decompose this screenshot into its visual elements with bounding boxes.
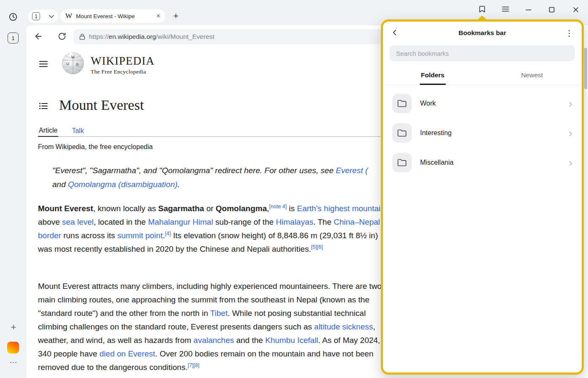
tab-group-chip[interactable]: 1 [28, 10, 58, 23]
window-maximize-button[interactable] [545, 4, 558, 16]
bookmark-folder-row[interactable]: Miscellania › [383, 148, 582, 177]
workspace-tab-counter[interactable]: 1 [8, 33, 19, 44]
reload-button[interactable] [56, 30, 68, 43]
list-icon [39, 103, 48, 111]
wikipedia-wordmark: WIKIPEDIA [91, 54, 154, 68]
tab-newest[interactable]: Newest [483, 65, 582, 85]
wiki-reference-link[interactable]: [note 4] [269, 204, 287, 209]
window-minimize-button[interactable] [522, 4, 535, 16]
chevron-right-icon: › [569, 98, 572, 109]
chevron-right-icon: › [569, 128, 572, 139]
text-segment: above [38, 218, 62, 226]
tab-close-button[interactable]: × [154, 13, 160, 19]
text-segment: , known locally as [93, 204, 158, 213]
browser-menu-button[interactable] [499, 3, 512, 16]
wiki-reference-link[interactable]: [7] [188, 362, 194, 368]
clock-icon [8, 12, 18, 23]
bookmark-folder-row[interactable]: Work › [383, 89, 582, 118]
text-segment: . [178, 180, 180, 189]
wiki-link[interactable]: Earth's highest mountain [297, 204, 385, 213]
paragraph-2: Mount Everest attracts many climbers, in… [38, 280, 390, 374]
bookmark-folder-row[interactable]: Interesting › [383, 118, 582, 148]
url-text: https://en.wikipedia.org/wiki/Mount_Ever… [89, 33, 214, 41]
chevron-left-icon [391, 28, 399, 38]
hatnote: "Everest", "Sagarmatha", and "Qomolangma… [52, 163, 390, 191]
wikipedia-logo-link[interactable]: W Ω あ WIKIPEDIA The Free Encyclopedia [62, 52, 154, 76]
wiki-reference-link[interactable]: [6] [317, 244, 323, 250]
tab-folders[interactable]: Folders [383, 65, 483, 85]
url-scheme: https:// [89, 33, 109, 40]
bookmark-folder-list: Work › Interesting › Miscellania › [383, 85, 582, 177]
popup-tabs: Folders Newest [383, 65, 582, 85]
wiki-link[interactable]: died on Everest [100, 349, 155, 358]
back-button[interactable] [32, 30, 45, 43]
popup-more-button[interactable]: ⋮ [563, 29, 576, 38]
new-tab-button[interactable]: + [170, 10, 182, 22]
paragraph-1: Mount Everest, known locally as Sagarmat… [38, 202, 390, 256]
tab-talk[interactable]: Talk [71, 122, 84, 137]
bookmarks-popup: Bookmarks bar ⋮ Folders Newest Work › In… [381, 19, 584, 375]
wiki-link[interactable]: Qomolangma (disambiguation) [68, 180, 178, 189]
wiki-link[interactable]: sea level [62, 218, 94, 226]
svg-text:Ω: Ω [66, 62, 69, 66]
hamburger-icon [39, 61, 48, 68]
wiki-link[interactable]: summit point [117, 231, 163, 240]
popup-back-button[interactable] [388, 26, 402, 40]
text-segment: runs across its [61, 231, 117, 240]
browser-logo-button[interactable] [7, 342, 19, 354]
wiki-link[interactable]: altitude sickness [314, 322, 373, 331]
wiki-namespace-tabs: Article Talk [38, 122, 385, 137]
wiki-main-menu-button[interactable] [37, 58, 50, 71]
text-segment: or [204, 204, 216, 213]
popup-notch [478, 16, 486, 19]
wiki-link[interactable]: Mahalangur Himal [148, 218, 213, 226]
maximize-icon [549, 7, 555, 14]
sidebar-add-button[interactable]: + [7, 321, 20, 334]
svg-text:あ: あ [76, 62, 79, 66]
folder-icon [392, 94, 412, 113]
text-segment: is [287, 204, 297, 213]
history-clock-button[interactable] [7, 11, 19, 24]
wiki-link[interactable]: Khumbu Icefall [265, 336, 318, 345]
contents-list-button[interactable] [37, 100, 50, 113]
page-scrollbar-thumb[interactable] [584, 48, 587, 89]
bookmarks-panel-button[interactable] [476, 3, 488, 16]
folder-icon [392, 123, 412, 143]
wikipedia-favicon: W [65, 12, 72, 20]
lock-icon[interactable] [79, 33, 85, 40]
tab-group-count: 1 [32, 12, 40, 20]
wiki-link[interactable]: Tibet [210, 309, 228, 318]
minimize-icon [526, 7, 531, 14]
text-segment: Mount Everest [38, 204, 93, 213]
folder-name: Miscellania [420, 159, 453, 166]
window-close-button[interactable] [569, 4, 582, 16]
text-segment: and the [234, 336, 265, 345]
reload-icon [57, 32, 67, 42]
text-segment: Sagarmatha [158, 204, 204, 213]
chevron-right-icon: › [569, 157, 572, 168]
wiki-reference-link[interactable]: [8] [194, 362, 200, 368]
browser-tab-active[interactable]: W Mount Everest - Wikipe × [60, 9, 165, 23]
bookmarks-search-input[interactable] [390, 45, 575, 61]
text-segment: . The [313, 218, 334, 226]
wiki-link[interactable]: Himalayas [276, 218, 313, 226]
wiki-link[interactable]: Everest ( [336, 166, 368, 175]
wiki-link[interactable]: avalanches [194, 336, 234, 345]
wiki-reference-link[interactable]: [5] [311, 244, 317, 250]
close-icon [573, 7, 579, 14]
text-segment: , located in the [94, 218, 148, 226]
folder-name: Work [420, 100, 436, 107]
folder-icon [392, 153, 412, 172]
tab-article[interactable]: Article [38, 122, 58, 137]
wiki-reference-link[interactable]: [4] [165, 231, 171, 237]
browser-window: 1 + ⋯ 1 W Mount Everest - Wikipe × + [0, 0, 588, 378]
chevron-down-icon [49, 13, 54, 19]
text-segment: and [52, 180, 68, 189]
text-segment: Qomolangma [216, 204, 267, 213]
tab-title: Mount Everest - Wikipe [76, 13, 154, 19]
url-host: en.wikipedia.org [109, 33, 156, 40]
bookmark-icon [478, 5, 486, 15]
text-segment: "Everest", "Sagarmatha", and "Qomolangma… [52, 166, 336, 175]
wikipedia-globe-logo: W Ω あ [62, 52, 84, 76]
sidebar-overflow-button[interactable]: ⋯ [7, 356, 20, 369]
